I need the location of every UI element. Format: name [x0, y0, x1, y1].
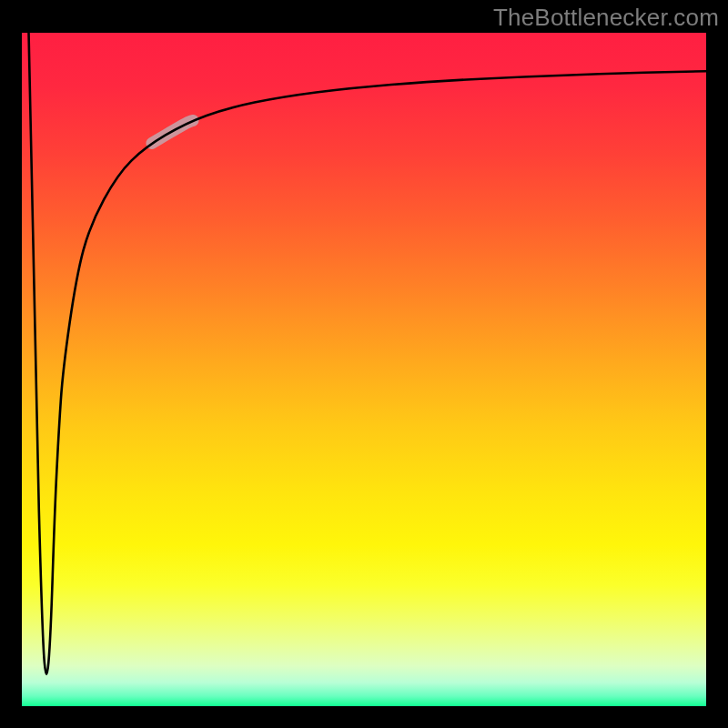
plot-area	[22, 33, 706, 706]
bottleneck-plot	[0, 0, 728, 728]
attribution-text: TheBottlenecker.com	[493, 4, 719, 32]
chart-container: TheBottlenecker.com	[0, 0, 728, 728]
